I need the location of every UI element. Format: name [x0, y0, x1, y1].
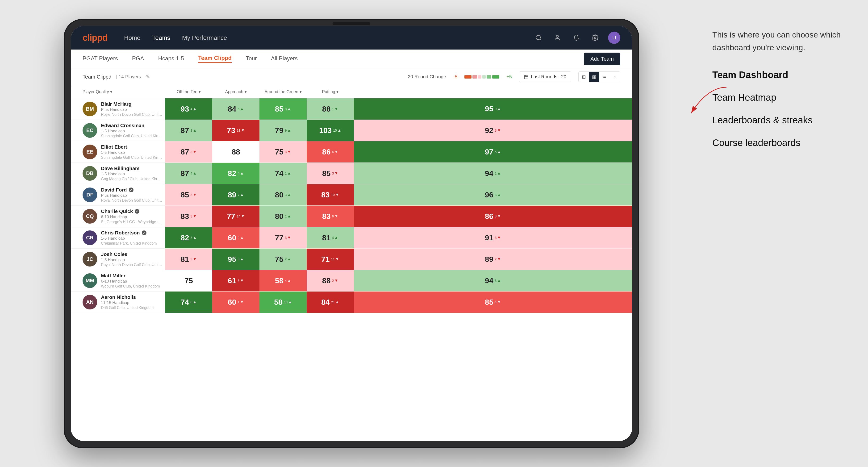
subnav-pga[interactable]: PGA [132, 55, 144, 63]
grid-view-button[interactable]: ⊞ [579, 72, 589, 82]
metric-cell-putting: 943▲ [354, 270, 632, 291]
avatar: CQ [83, 209, 97, 224]
annotation-panel: This is where you can choose which dashb… [712, 28, 849, 159]
metric-cell-off-tee: 7714▼ [212, 206, 259, 227]
metric-change: 11▼ [331, 257, 339, 261]
table-row[interactable]: ANAaron Nicholls11-15 HandicapDrift Golf… [71, 291, 632, 313]
player-name: David Ford✓ [101, 187, 162, 193]
metric-cell-off-tee: 7311▼ [212, 120, 259, 141]
player-name: Josh Coles [101, 251, 162, 257]
metric-inner: 853▼ [165, 184, 212, 206]
subnav-team-clippd[interactable]: Team Clippd [198, 55, 231, 63]
team-name: Team Clippd [83, 74, 111, 80]
metric-inner: 7311▼ [212, 120, 259, 141]
metric-inner: 913▼ [354, 227, 632, 248]
metric-value: 82 [228, 169, 236, 178]
settings-icon[interactable] [589, 32, 601, 44]
col-header-putting[interactable]: Putting ▾ [307, 85, 354, 98]
team-bar: Team Clippd | 14 Players ✎ 20 Round Chan… [71, 68, 632, 85]
avatar: EE [83, 145, 97, 159]
annotation-menu-item-course-leaderboards[interactable]: Course leaderboards [712, 136, 849, 149]
sort-view-button[interactable]: ↕ [610, 72, 620, 82]
metric-change: 8▲ [238, 257, 244, 261]
bell-icon[interactable] [570, 32, 582, 44]
annotation-menu-item-leaderboards[interactable]: Leaderboards & streaks [712, 114, 849, 127]
table-row[interactable]: EEElliot Ebert1-5 HandicapSunningdale Go… [71, 141, 632, 163]
player-club: Drift Golf Club, United Kingdom [101, 306, 154, 310]
subnav-hcaps[interactable]: Hcaps 1-5 [158, 55, 184, 63]
player-handicap: Plus Handicap [101, 107, 162, 112]
metric-value: 86 [322, 148, 331, 156]
metric-inner: 823▲ [165, 227, 212, 248]
player-name: Edward Crossman [101, 123, 162, 128]
metric-change: 5▲ [495, 150, 501, 154]
metric-change: 11▼ [237, 128, 245, 133]
user-avatar-nav[interactable]: U [608, 32, 620, 44]
subnav-pgat[interactable]: PGAT Players [83, 55, 118, 63]
player-info: Elliot Ebert1-5 HandicapSunningdale Golf… [101, 144, 162, 160]
subnav-all-players[interactable]: All Players [271, 55, 298, 63]
metric-cell-player-quality: 833▼ [165, 206, 212, 227]
table-row[interactable]: DBDave Billingham1-5 HandicapGog Magog G… [71, 163, 632, 184]
col-header-around-green[interactable]: Around the Green ▾ [259, 85, 307, 98]
nav-item-performance[interactable]: My Performance [182, 34, 227, 41]
metric-cell-off-tee: 88 [212, 141, 259, 163]
metric-value: 87 [181, 126, 189, 135]
annotation-menu-item-team-heatmap[interactable]: Team Heatmap [712, 91, 849, 104]
heatmap-view-button[interactable]: ▦ [589, 72, 599, 82]
metric-change: 3▼ [190, 192, 197, 197]
table-row[interactable]: JCJosh Coles1-5 HandicapRoyal North Devo… [71, 249, 632, 270]
nav-item-teams[interactable]: Teams [152, 34, 170, 41]
metric-value: 80 [275, 212, 283, 221]
verified-badge-icon: ✓ [135, 209, 140, 214]
metric-change: 3▼ [238, 278, 244, 283]
table-row[interactable]: DFDavid Ford✓Plus HandicapRoyal North De… [71, 184, 632, 206]
annotation-menu-item-team-dashboard[interactable]: Team Dashboard [712, 68, 849, 81]
metric-cell-around-green: 853▼ [307, 163, 354, 184]
svg-point-0 [536, 35, 540, 40]
last-rounds-button[interactable]: Last Rounds: 20 [519, 71, 571, 82]
table-row[interactable]: CQCharlie Quick✓6-10 HandicapSt. George'… [71, 206, 632, 227]
metric-cell-putting: 854▼ [354, 291, 632, 313]
metric-change: 2▲ [238, 236, 244, 240]
metric-change: 2▼ [495, 257, 501, 261]
col-header-player[interactable]: Player Quality ▾ [71, 85, 165, 98]
metric-cell-player-quality: 813▼ [165, 249, 212, 270]
table-row[interactable]: MMMatt Miller6-10 HandicapWoburn Golf Cl… [71, 270, 632, 291]
metric-cell-putting: 913▼ [354, 227, 632, 249]
player-info: Matt Miller6-10 HandicapWoburn Golf Club… [101, 273, 160, 288]
metric-cell-player-quality: 748▲ [165, 291, 212, 313]
metric-value: 84 [321, 298, 330, 307]
metric-inner: 803▲ [259, 184, 307, 206]
list-view-button[interactable]: ≡ [599, 72, 610, 82]
metric-value: 75 [275, 148, 283, 156]
metric-cell-player-quality: 75 [165, 270, 212, 291]
player-info: Josh Coles1-5 HandicapRoyal North Devon … [101, 251, 162, 267]
col-header-approach[interactable]: Approach ▾ [212, 85, 259, 98]
metric-change: 1▼ [332, 106, 338, 111]
color-bar [464, 75, 499, 79]
metric-change: 9▲ [285, 128, 291, 133]
metric-cell-player-quality: 873▼ [165, 141, 212, 163]
metric-value: 85 [322, 169, 331, 178]
col-header-off-tee[interactable]: Off the Tee ▾ [165, 85, 212, 98]
player-cell: MMMatt Miller6-10 HandicapWoburn Golf Cl… [71, 270, 165, 291]
subnav-tour[interactable]: Tour [246, 55, 257, 63]
edit-icon[interactable]: ✎ [146, 74, 150, 80]
add-team-button[interactable]: Add Team [584, 53, 620, 65]
player-name: Elliot Ebert [101, 144, 162, 150]
top-nav: clippd Home Teams My Performance [71, 26, 632, 50]
table-row[interactable]: ECEdward Crossman1-5 HandicapSunningdale… [71, 120, 632, 141]
user-icon[interactable] [552, 32, 563, 44]
metric-change: 21▲ [331, 300, 339, 305]
metric-change: 3▼ [190, 150, 197, 154]
metric-cell-around-green: 882▼ [307, 270, 354, 291]
table-row[interactable]: CRChris Robertson✓1-5 HandicapCraigmilla… [71, 227, 632, 249]
metric-change: 4▲ [332, 236, 338, 240]
metric-value: 88 [322, 276, 331, 285]
nav-item-home[interactable]: Home [124, 34, 140, 41]
metric-cell-player-quality: 871▲ [165, 120, 212, 141]
player-cell: ECEdward Crossman1-5 HandicapSunningdale… [71, 120, 165, 141]
table-row[interactable]: BMBlair McHargPlus HandicapRoyal North D… [71, 98, 632, 120]
search-icon[interactable] [533, 32, 545, 44]
